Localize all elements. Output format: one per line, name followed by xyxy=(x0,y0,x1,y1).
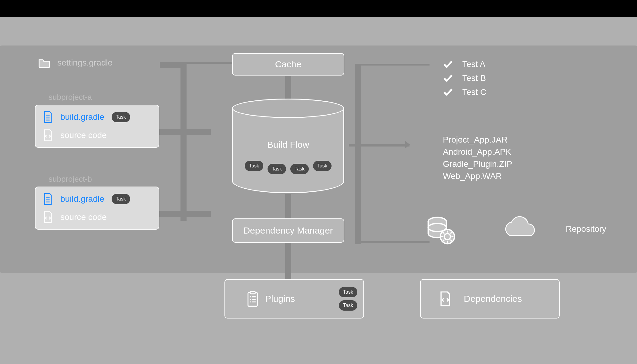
dependency-manager-box: Dependency Manager xyxy=(232,218,344,243)
task-pill: Task xyxy=(245,161,263,171)
connector xyxy=(360,64,430,66)
diagram-canvas: settings.gradle subproject-a build.gradl… xyxy=(0,17,637,364)
connector xyxy=(180,64,187,221)
task-pill: Task xyxy=(268,164,286,174)
artifact-item: Android_App.APK xyxy=(443,147,512,157)
folder-icon xyxy=(38,58,51,68)
subproject-a-card: build.gradle Task source code xyxy=(35,105,159,148)
task-pill: Task xyxy=(112,194,130,204)
dependencies-label: Dependencies xyxy=(464,294,522,304)
test-label: Test A xyxy=(462,59,485,69)
artifact-list: Project_App.JAR Android_App.APK Gradle_P… xyxy=(443,135,512,181)
build-file-label: build.gradle xyxy=(60,112,104,122)
build-gradle-row: build.gradle Task xyxy=(43,193,151,205)
build-flow-label: Build Flow xyxy=(232,140,344,150)
connector xyxy=(285,76,291,100)
task-pill: Task xyxy=(112,112,130,122)
cylinder-top xyxy=(232,99,344,118)
connector xyxy=(355,64,361,244)
file-icon xyxy=(43,111,53,123)
cache-box: Cache xyxy=(232,53,344,76)
check-icon xyxy=(443,87,453,97)
source-code-row: source code xyxy=(43,211,151,224)
source-code-row: source code xyxy=(43,129,151,142)
source-code-label: source code xyxy=(60,130,107,140)
code-file-icon xyxy=(439,291,452,307)
test-row: Test B xyxy=(443,73,486,83)
subproject-b-card: build.gradle Task source code xyxy=(35,187,159,230)
task-pill: Task xyxy=(313,161,332,171)
dependency-manager-label: Dependency Manager xyxy=(243,225,333,236)
cylinder-task-row: Task Task Task Task xyxy=(232,164,344,174)
task-pill: Task xyxy=(339,300,357,311)
plugins-label: Plugins xyxy=(265,294,295,304)
subproject-b-label: subproject-b xyxy=(49,174,92,184)
artifact-item: Project_App.JAR xyxy=(443,135,512,145)
code-file-icon xyxy=(43,211,53,224)
test-row: Test A xyxy=(443,59,486,69)
connector xyxy=(186,62,233,64)
database-icon xyxy=(426,215,457,243)
test-row: Test C xyxy=(443,87,486,97)
cylinder-body xyxy=(232,108,344,193)
test-list: Test A Test B Test C xyxy=(443,59,486,97)
build-gradle-row: build.gradle Task xyxy=(43,111,151,123)
plugins-box: Plugins Task Task xyxy=(224,279,364,318)
subproject-a-label: subproject-a xyxy=(49,93,92,102)
svg-rect-4 xyxy=(250,291,255,294)
cloud-icon xyxy=(499,216,541,242)
connector xyxy=(285,243,291,282)
code-file-icon xyxy=(43,129,53,142)
cache-label: Cache xyxy=(275,59,302,69)
test-label: Test B xyxy=(462,73,486,83)
plugin-tasks: Task Task xyxy=(339,287,357,311)
connector xyxy=(160,62,186,68)
repository-label: Repository xyxy=(566,224,606,234)
check-icon xyxy=(443,73,453,83)
check-icon xyxy=(443,59,453,69)
build-file-label: build.gradle xyxy=(60,194,104,204)
artifact-item: Gradle_Plugin.ZIP xyxy=(443,159,512,169)
file-icon xyxy=(43,193,53,205)
test-label: Test C xyxy=(462,87,486,97)
source-code-label: source code xyxy=(60,212,107,222)
settings-file-label: settings.gradle xyxy=(57,58,113,68)
dependencies-box: Dependencies xyxy=(420,279,560,318)
connector xyxy=(285,194,291,218)
connector xyxy=(360,241,430,243)
task-pill: Task xyxy=(290,164,309,174)
artifact-item: Web_App.WAR xyxy=(443,171,512,181)
settings-file-row: settings.gradle xyxy=(38,58,113,68)
repository-row: Repository xyxy=(426,215,606,243)
task-pill: Task xyxy=(339,287,357,297)
clipboard-icon xyxy=(246,291,259,307)
